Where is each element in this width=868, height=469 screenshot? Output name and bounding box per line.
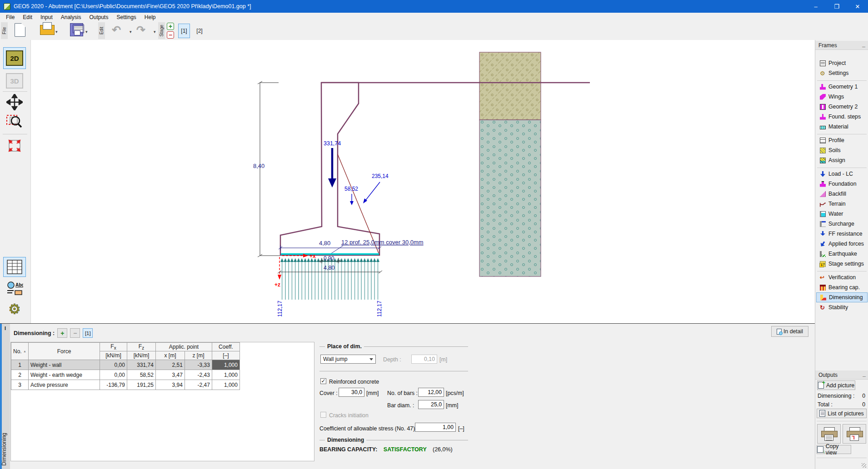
stage-2-button[interactable]: [2] bbox=[194, 24, 205, 38]
3d-icon: 3D bbox=[6, 73, 23, 89]
menu-help[interactable]: Help bbox=[140, 13, 160, 21]
zoom-select-button[interactable] bbox=[3, 112, 26, 131]
force-active-pressure-arrow bbox=[365, 182, 380, 201]
reinforced-concrete-checkbox[interactable]: ✓ bbox=[320, 378, 326, 384]
frame-item-backfill[interactable]: Backfill bbox=[816, 189, 868, 199]
table-view-button[interactable] bbox=[3, 257, 26, 277]
outputs-minimize-icon[interactable]: _ bbox=[863, 371, 866, 377]
view-2d-button[interactable]: 2D bbox=[3, 47, 26, 69]
zoom-fit-button[interactable] bbox=[3, 136, 26, 155]
frame-item-geometry2[interactable]: Geometry 2 bbox=[816, 102, 868, 112]
col-header-x[interactable]: x [m] bbox=[155, 351, 185, 360]
frame-item-verification[interactable]: ↩Verification bbox=[816, 272, 868, 282]
stage-tab[interactable]: Stage bbox=[158, 22, 165, 39]
add-force-button[interactable]: + bbox=[57, 328, 67, 338]
col-header-z[interactable]: z [m] bbox=[185, 351, 212, 360]
stage-1-button[interactable]: [1] bbox=[178, 24, 190, 38]
table-row[interactable]: 1 Weight - wall 0,00 331,74 2,51 -3,33 1… bbox=[11, 360, 240, 370]
frame-item-soils[interactable]: Soils bbox=[816, 145, 868, 155]
bearing-pressure-load bbox=[280, 258, 379, 300]
selected-coeff-cell[interactable]: 1,000 bbox=[212, 360, 239, 370]
frame-item-applied-forces[interactable]: Applied forces bbox=[816, 239, 868, 249]
save-dropdown-arrow[interactable]: ▾ bbox=[85, 30, 88, 34]
menu-input[interactable]: Input bbox=[36, 13, 57, 21]
cover-field[interactable] bbox=[339, 388, 364, 397]
redo-icon: ↷ bbox=[136, 24, 145, 36]
panel-grip[interactable]: I bbox=[5, 326, 6, 331]
resize-grip[interactable] bbox=[862, 463, 866, 468]
col-header-applic-point[interactable]: Applic. point bbox=[155, 343, 212, 351]
table-row[interactable]: 3 Active pressure -136,79 191,25 3,94 -2… bbox=[11, 380, 240, 390]
panel-side-strip[interactable]: I Dimensioning bbox=[0, 324, 10, 469]
add-picture-button[interactable]: Add picture bbox=[817, 380, 855, 390]
table-row[interactable]: 2 Weight - earth wedge 0,00 58,52 3,47 -… bbox=[11, 370, 240, 380]
menu-outputs[interactable]: Outputs bbox=[85, 13, 112, 21]
drawing-canvas[interactable]: 8,40 331,74 58,52 235,14 4,80 12 prof. 2… bbox=[31, 40, 815, 323]
frame-item-material[interactable]: Material bbox=[816, 122, 868, 132]
place-of-dim-dropdown[interactable]: Wall jump bbox=[320, 355, 376, 364]
panel-stage-1-button[interactable]: [1] bbox=[83, 328, 93, 338]
frame-item-geometry1[interactable]: Geometry 1 bbox=[816, 82, 868, 92]
frame-item-foundation[interactable]: Foundation bbox=[816, 179, 868, 189]
new-file-button[interactable] bbox=[15, 23, 25, 37]
title-bar[interactable]: GEO5 2020 - Abutment [C:\Users\Public\Do… bbox=[0, 0, 868, 13]
frame-item-earthquake[interactable]: Earthquake bbox=[816, 249, 868, 259]
frame-item-load-lc[interactable]: Load - LC bbox=[816, 169, 868, 179]
print-preview-button[interactable] bbox=[843, 424, 866, 444]
file-tab[interactable]: File bbox=[1, 22, 8, 39]
print-button[interactable] bbox=[817, 424, 841, 444]
col-header-fz[interactable]: Fz bbox=[127, 343, 155, 351]
save-file-button[interactable] bbox=[70, 23, 83, 36]
forces-table[interactable]: No. ▲ Force Fx Fz Applic. point Coeff. [… bbox=[11, 342, 240, 390]
allowable-stress-field[interactable] bbox=[415, 423, 456, 432]
frame-item-project[interactable]: Project bbox=[816, 58, 868, 68]
frame-item-stage-settings[interactable]: 2Stage settings bbox=[816, 259, 868, 269]
frame-item-ff-resistance[interactable]: FF resistance bbox=[816, 229, 868, 239]
edit-tab[interactable]: Edit bbox=[98, 22, 105, 39]
cracks-initiation-checkbox[interactable] bbox=[320, 412, 326, 418]
menu-settings[interactable]: Settings bbox=[112, 13, 140, 21]
bars-field[interactable] bbox=[418, 388, 444, 397]
view-3d-button[interactable]: 3D bbox=[3, 71, 26, 91]
close-button[interactable]: ✕ bbox=[847, 0, 868, 13]
frame-item-assign[interactable]: Assign bbox=[816, 155, 868, 165]
depth-field[interactable] bbox=[411, 355, 437, 364]
frame-item-dimensioning[interactable]: Dimensioning bbox=[816, 292, 868, 302]
open-file-button[interactable] bbox=[40, 23, 54, 35]
drawing-settings-button[interactable]: Abc bbox=[3, 279, 26, 298]
frame-item-settings[interactable]: ⚙Settings bbox=[816, 68, 868, 78]
frame-item-stability[interactable]: ↻Stability bbox=[816, 302, 868, 312]
col-header-no[interactable]: No. ▲ bbox=[11, 343, 29, 360]
pan-button[interactable] bbox=[3, 93, 26, 111]
col-header-fx[interactable]: Fx bbox=[100, 343, 127, 351]
undo-dropdown-arrow[interactable]: ▾ bbox=[130, 30, 132, 34]
bar-diam-field[interactable] bbox=[418, 400, 444, 409]
redo-dropdown-arrow[interactable]: ▾ bbox=[154, 30, 156, 34]
frame-item-terrain[interactable]: Terrain bbox=[816, 199, 868, 209]
redo-button[interactable]: ↷ bbox=[136, 23, 145, 37]
settings-gear-button[interactable]: ⚙ bbox=[3, 300, 26, 319]
list-of-pictures-button[interactable]: List of pictures bbox=[817, 409, 867, 418]
frame-item-wings[interactable]: Wings bbox=[816, 92, 868, 102]
open-dropdown-arrow[interactable]: ▾ bbox=[55, 30, 58, 34]
frame-item-water[interactable]: Water bbox=[816, 209, 868, 219]
col-header-force[interactable]: Force bbox=[28, 343, 100, 360]
frame-item-found-steps[interactable]: Found. steps bbox=[816, 112, 868, 122]
col-header-coeff[interactable]: Coeff. bbox=[212, 343, 239, 351]
frame-item-profile[interactable]: Profile bbox=[816, 135, 868, 145]
minimize-button[interactable]: – bbox=[805, 0, 826, 13]
frame-item-surcharge[interactable]: Surcharge bbox=[816, 219, 868, 229]
maximize-button[interactable]: ❐ bbox=[826, 0, 847, 13]
frame-item-bearing-cap[interactable]: Bearing cap. bbox=[816, 282, 868, 292]
undo-button[interactable]: ↶ bbox=[112, 23, 121, 37]
add-stage-button[interactable]: + bbox=[167, 23, 174, 30]
copy-view-button[interactable]: Copy view bbox=[817, 445, 851, 454]
in-detail-button[interactable]: In detail bbox=[771, 326, 808, 337]
remove-stage-button[interactable]: − bbox=[167, 31, 174, 39]
menu-file[interactable]: File bbox=[2, 13, 19, 21]
geo5-application-window: GEO5 2020 - Abutment [C:\Users\Public\Do… bbox=[0, 0, 868, 469]
menu-analysis[interactable]: Analysis bbox=[57, 13, 85, 21]
remove-force-button[interactable]: − bbox=[70, 328, 80, 338]
frames-minimize-icon[interactable]: _ bbox=[862, 41, 865, 48]
menu-edit[interactable]: Edit bbox=[19, 13, 36, 21]
